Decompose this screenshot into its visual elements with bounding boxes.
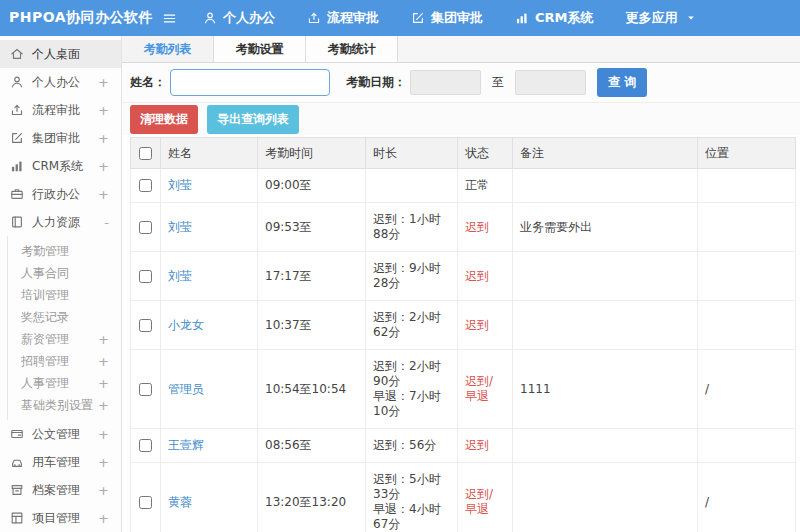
tab-2[interactable]: 考勤设置 [214,36,306,62]
table-header-row: 姓名 考勤时间 时长 状态 备注 位置 [131,138,796,169]
duration-cell [366,169,458,203]
employee-name-link[interactable]: 刘莹 [168,178,192,192]
row-checkbox[interactable] [139,496,152,509]
duration-cell: 迟到：1小时88分 [366,203,458,252]
note-cell: 1111 [513,350,698,429]
export-list-button[interactable]: 导出查询列表 [207,105,299,134]
expand-toggle-icon[interactable]: + [98,159,111,174]
sidebar-item-label: 项目管理 [32,510,90,527]
sidebar-item[interactable]: 人力资源- [0,208,121,236]
sidebar-subitem[interactable]: 奖惩记录 [8,306,121,328]
employee-name-link[interactable]: 刘莹 [168,220,192,234]
note-cell [513,252,698,301]
row-checkbox[interactable] [139,221,152,234]
top-menu-item-5[interactable]: 更多应用 [626,9,696,27]
employee-name-link[interactable]: 刘莹 [168,269,192,283]
hamburger-icon[interactable] [162,11,177,26]
expand-toggle-icon[interactable]: + [98,187,111,202]
edit-icon [10,131,24,145]
note-cell [513,463,698,532]
top-menu-item-2[interactable]: 流程审批 [307,9,379,27]
row-checkbox[interactable] [139,179,152,192]
employee-name-link[interactable]: 小龙女 [168,318,204,332]
location-cell [698,252,796,301]
date-from-input[interactable] [410,70,481,95]
row-checkbox[interactable] [139,439,152,452]
employee-name-link[interactable]: 管理员 [168,382,204,396]
edit-icon [411,11,425,25]
sidebar-item[interactable]: 个人桌面 [0,40,121,68]
date-to-input[interactable] [515,70,586,95]
top-menu-item-3[interactable]: 集团审批 [411,9,483,27]
expand-toggle-icon[interactable]: - [104,215,111,230]
grid-icon [10,511,24,525]
sidebar-item-label: 用车管理 [32,454,90,471]
tab-1[interactable]: 考勤列表 [122,36,214,62]
sidebar-item[interactable]: 行政办公+ [0,180,121,208]
sidebar-submenu: 考勤管理人事合同培训管理奖惩记录薪资管理+招聘管理+人事管理+基础类别设置+ [7,236,121,420]
top-menu-item-label: 集团审批 [431,9,483,27]
sidebar-item[interactable]: 公文管理+ [0,420,121,448]
expand-toggle-icon[interactable]: + [98,376,111,391]
sidebar-subitem[interactable]: 人事管理+ [8,372,121,394]
clean-data-button[interactable]: 清理数据 [130,105,198,134]
tab-bar: 考勤列表考勤设置考勤统计 [122,36,800,63]
user-icon [10,75,24,89]
expand-toggle-icon[interactable]: + [98,398,111,413]
sidebar-item[interactable]: 集团审批+ [0,124,121,152]
col-header-note: 备注 [513,138,698,169]
tab-3[interactable]: 考勤统计 [306,36,398,62]
expand-toggle-icon[interactable]: + [98,427,111,442]
sidebar-item-label: 集团审批 [32,130,90,147]
expand-toggle-icon[interactable]: + [98,131,111,146]
select-all-checkbox[interactable] [139,147,152,160]
sidebar-item[interactable]: 项目管理+ [0,504,121,532]
table-row: 刘莹 09:53至 迟到：1小时88分 迟到 业务需要外出 [131,203,796,252]
row-checkbox[interactable] [139,270,152,283]
expand-toggle-icon[interactable]: + [98,483,111,498]
row-checkbox[interactable] [139,319,152,332]
sidebar-subitem-label: 基础类别设置 [21,397,98,414]
attendance-table-wrap: 姓名 考勤时间 时长 状态 备注 位置 刘莹 09:00至 正常 刘莹 09:5… [122,135,800,532]
sidebar-item[interactable]: 档案管理+ [0,476,121,504]
sidebar-subitem[interactable]: 薪资管理+ [8,328,121,350]
row-checkbox[interactable] [139,383,152,396]
location-cell [698,203,796,252]
sidebar-item[interactable]: 个人办公+ [0,68,121,96]
expand-toggle-icon[interactable]: + [98,103,111,118]
sidebar-subitem[interactable]: 培训管理 [8,284,121,306]
table-row: 刘莹 09:00至 正常 [131,169,796,203]
attendance-time-cell: 09:53至 [258,203,366,252]
sidebar-item[interactable]: CRM系统+ [0,152,121,180]
search-button[interactable]: 查 询 [597,68,647,97]
top-menu-item-label: 更多应用 [626,9,678,27]
top-menu-item-4[interactable]: CRM系统 [515,9,594,27]
name-filter-input[interactable] [170,69,330,96]
sidebar-item[interactable]: 用车管理+ [0,448,121,476]
top-menu-item-1[interactable]: 个人办公 [203,9,275,27]
sidebar-subitem[interactable]: 招聘管理+ [8,350,121,372]
sidebar-subitem-label: 奖惩记录 [21,309,111,326]
expand-toggle-icon[interactable]: + [98,354,111,369]
expand-toggle-icon[interactable]: + [98,332,111,347]
sidebar-item-label: 流程审批 [32,102,90,119]
expand-toggle-icon[interactable]: + [98,455,111,470]
sidebar-subitem[interactable]: 基础类别设置+ [8,394,121,416]
sidebar-subitem[interactable]: 人事合同 [8,262,121,284]
status-cell: 迟到/早退 [458,350,513,429]
action-bar: 清理数据 导出查询列表 [122,103,800,135]
sidebar-item[interactable]: 流程审批+ [0,96,121,124]
employee-name-link[interactable]: 王壹辉 [168,438,204,452]
sidebar-subitem-label: 招聘管理 [21,353,98,370]
sidebar-subitem-label: 薪资管理 [21,331,98,348]
caret-down-icon [686,13,696,23]
expand-toggle-icon[interactable]: + [98,75,111,90]
sidebar-item-label: 个人办公 [32,74,90,91]
sidebar-subitem[interactable]: 考勤管理 [8,240,121,262]
employee-name-link[interactable]: 黄蓉 [168,495,192,509]
attendance-table: 姓名 考勤时间 时长 状态 备注 位置 刘莹 09:00至 正常 刘莹 09:5… [130,137,796,532]
sidebar-item-label: 档案管理 [32,482,90,499]
expand-toggle-icon[interactable]: + [98,511,111,526]
date-filter-label: 考勤日期： [346,74,406,91]
col-header-name: 姓名 [161,138,258,169]
